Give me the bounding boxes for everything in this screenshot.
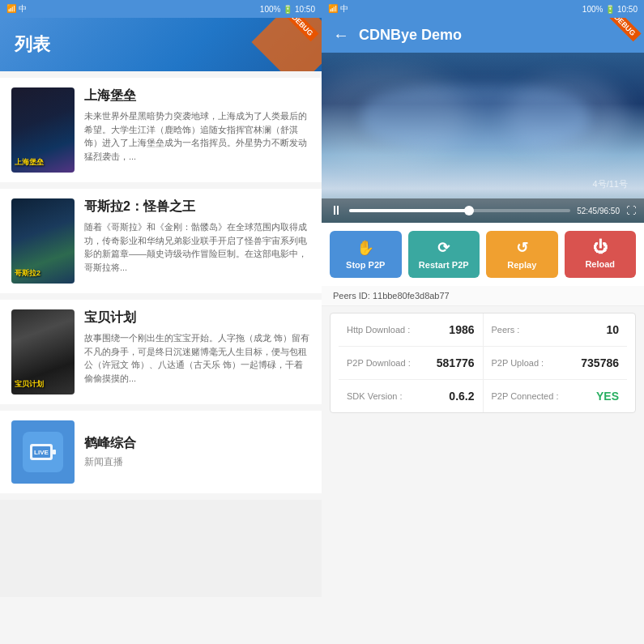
list-item[interactable]: 上海堡垒 未来世界外星黑暗势力突袭地球，上海成为了人类最后的希望。大学生江洋（鹿… bbox=[0, 78, 322, 182]
status-left-signal: 📶 中 bbox=[6, 3, 27, 15]
page-title-left: 列表 bbox=[15, 32, 307, 57]
replay-button[interactable]: ↺ Replay bbox=[486, 231, 558, 278]
stats-row-1: Http Download : 1986 Peers : 10 bbox=[339, 313, 627, 347]
stats-cell-peers: Peers : 10 bbox=[483, 313, 628, 346]
stats-row-3: SDK Version : 0.6.2 P2P Connected : YES bbox=[339, 380, 627, 412]
p2p-upload-value: 735786 bbox=[581, 356, 619, 369]
svg-text:LIVE: LIVE bbox=[34, 449, 49, 456]
ice-decoration bbox=[362, 85, 589, 150]
stats-cell-p2p-upload: P2P Upload : 735786 bbox=[483, 347, 628, 379]
status-bar-left: 📶 中 100% 🔋 10:50 bbox=[0, 0, 322, 18]
live-subtitle: 新闻直播 bbox=[84, 455, 136, 469]
sdk-version-value: 0.6.2 bbox=[449, 390, 474, 403]
stop-p2p-label: Stop P2P bbox=[346, 260, 385, 270]
time-current: 52:45 bbox=[577, 207, 597, 215]
live-thumbnail: LIVE bbox=[11, 420, 75, 484]
movie-list: 上海堡垒 未来世界外星黑暗势力突袭地球，上海成为了人类最后的希望。大学生江洋（鹿… bbox=[0, 71, 322, 644]
peers-value: 10 bbox=[606, 323, 619, 336]
movie-title-1: 上海堡垒 bbox=[84, 87, 310, 104]
live-title: 鹤峰综合 bbox=[84, 435, 136, 452]
back-button[interactable]: ← bbox=[333, 26, 349, 45]
live-info: 鹤峰综合 新闻直播 bbox=[84, 435, 136, 469]
movie-title-2: 哥斯拉2：怪兽之王 bbox=[84, 198, 310, 215]
movie-desc-3: 故事围绕一个刚出生的宝宝开始。人字拖（成龙 饰）留有不凡的身手，可是终日沉迷赌博… bbox=[84, 331, 310, 385]
restart-icon: ⟳ bbox=[437, 239, 450, 257]
status-right-battery: 100% 🔋 10:50 bbox=[582, 5, 638, 14]
reload-label: Reload bbox=[585, 259, 615, 269]
movie-info-3: 宝贝计划 故事围绕一个刚出生的宝宝开始。人字拖（成龙 饰）留有不凡的身手，可是终… bbox=[84, 309, 310, 385]
header-left: DEBUG 列表 bbox=[0, 18, 322, 71]
http-download-label: Http Download : bbox=[347, 325, 410, 335]
reload-button[interactable]: ⏻ Reload bbox=[565, 231, 637, 278]
movie-title-3: 宝贝计划 bbox=[84, 309, 310, 326]
stats-cell-http-download: Http Download : 1986 bbox=[339, 313, 483, 346]
left-panel: 📶 中 100% 🔋 10:50 DEBUG 列表 上海堡垒 未来世界外星黑暗势… bbox=[0, 0, 322, 644]
live-icon: LIVE bbox=[23, 432, 63, 472]
status-right-signal: 📶 中 bbox=[328, 3, 348, 15]
restart-p2p-label: Restart P2P bbox=[419, 260, 469, 270]
list-item[interactable]: 哥斯拉2：怪兽之王 随着《哥斯拉》和《金刚：骷髅岛》在全球范围内取得成功，传奇影… bbox=[0, 189, 322, 293]
video-controls: ⏸ 52:45/96:50 ⛶ bbox=[322, 198, 644, 223]
p2p-upload-label: P2P Upload : bbox=[492, 358, 544, 368]
stats-cell-sdk-version: SDK Version : 0.6.2 bbox=[339, 380, 483, 412]
peers-id: Peers ID: 11bbe80fe3d8ab77 bbox=[322, 286, 644, 306]
replay-label: Replay bbox=[507, 260, 536, 270]
movie-thumbnail-2 bbox=[11, 198, 75, 284]
movie-thumbnail-3 bbox=[11, 309, 75, 395]
stats-cell-p2p-connected: P2P Connected : YES bbox=[483, 380, 628, 412]
header-right: DEBUG ← CDNBye Demo bbox=[322, 18, 644, 53]
time-total: 96:50 bbox=[599, 207, 620, 215]
debug-badge-right: DEBUG bbox=[609, 18, 642, 41]
stats-cell-p2p-download: P2P Download : 581776 bbox=[339, 347, 483, 379]
movie-info-1: 上海堡垒 未来世界外星黑暗势力突袭地球，上海成为了人类最后的希望。大学生江洋（鹿… bbox=[84, 87, 310, 163]
http-download-value: 1986 bbox=[449, 323, 474, 336]
progress-bar[interactable] bbox=[349, 209, 570, 212]
p2p-connected-label: P2P Connected : bbox=[492, 391, 559, 401]
status-left-battery: 100% 🔋 10:50 bbox=[260, 5, 315, 14]
time-display: 52:45/96:50 bbox=[577, 207, 620, 215]
movie-thumbnail-1 bbox=[11, 87, 75, 173]
stats-row-2: P2P Download : 581776 P2P Upload : 73578… bbox=[339, 347, 627, 380]
video-background bbox=[322, 53, 644, 190]
play-pause-button[interactable]: ⏸ bbox=[330, 203, 343, 218]
debug-badge-left: DEBUG bbox=[287, 18, 319, 41]
movie-desc-1: 未来世界外星黑暗势力突袭地球，上海成为了人类最后的希望。大学生江洋（鹿晗饰）追随… bbox=[84, 109, 310, 163]
stats-grid: Http Download : 1986 Peers : 10 P2P Down… bbox=[330, 313, 636, 413]
empty-area bbox=[0, 500, 322, 597]
stop-p2p-button[interactable]: ✋ Stop P2P bbox=[330, 231, 402, 278]
movie-info-2: 哥斯拉2：怪兽之王 随着《哥斯拉》和《金刚：骷髅岛》在全球范围内取得成功，传奇影… bbox=[84, 198, 310, 274]
list-item[interactable]: 宝贝计划 故事围绕一个刚出生的宝宝开始。人字拖（成龙 饰）留有不凡的身手，可是终… bbox=[0, 300, 322, 404]
p2p-connected-value: YES bbox=[596, 390, 619, 403]
p2p-download-label: P2P Download : bbox=[347, 358, 411, 368]
hand-icon: ✋ bbox=[356, 239, 374, 257]
progress-fill bbox=[349, 209, 469, 212]
replay-icon: ↺ bbox=[516, 239, 528, 257]
peers-label: Peers : bbox=[492, 325, 520, 335]
video-overlay-text: 4号/11号 bbox=[593, 178, 628, 190]
video-player[interactable]: 4号/11号 ⏸ 52:45/96:50 ⛶ bbox=[322, 53, 644, 223]
status-bar-right: 📶 中 100% 🔋 10:50 bbox=[322, 0, 644, 18]
svg-rect-3 bbox=[53, 450, 56, 454]
power-icon: ⏻ bbox=[593, 239, 608, 256]
action-buttons: ✋ Stop P2P ⟳ Restart P2P ↺ Replay ⏻ Relo… bbox=[322, 223, 644, 286]
sdk-version-label: SDK Version : bbox=[347, 391, 402, 401]
restart-p2p-button[interactable]: ⟳ Restart P2P bbox=[408, 231, 480, 278]
progress-thumb[interactable] bbox=[464, 206, 474, 215]
fullscreen-button[interactable]: ⛶ bbox=[626, 205, 636, 216]
page-title-right: CDNBye Demo bbox=[359, 27, 462, 44]
movie-desc-2: 随着《哥斯拉》和《金刚：骷髅岛》在全球范围内取得成功，传奇影业和华纳兄弟影业联手… bbox=[84, 220, 310, 274]
p2p-download-value: 581776 bbox=[437, 356, 475, 369]
right-panel: 📶 中 100% 🔋 10:50 DEBUG ← CDNBye Demo 4号/… bbox=[322, 0, 644, 644]
list-item-live[interactable]: LIVE 鹤峰综合 新闻直播 bbox=[0, 411, 322, 493]
